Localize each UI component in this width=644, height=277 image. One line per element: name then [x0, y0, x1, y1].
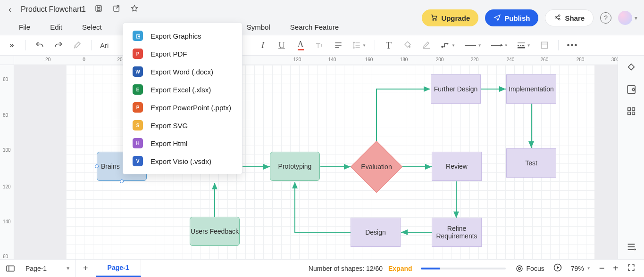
node-users-feedback[interactable]: Users Feedback: [190, 217, 240, 246]
cart-icon: [430, 14, 438, 23]
shape-progress-bar: [421, 268, 506, 269]
chevron-down-icon: ▼: [66, 266, 70, 271]
back-button[interactable]: ‹: [6, 4, 14, 16]
node-design[interactable]: Design: [351, 218, 401, 247]
export-item-label: Export Excel (.xlsx): [151, 86, 211, 94]
upgrade-button[interactable]: Upgrade: [422, 9, 478, 26]
zoom-in-button[interactable]: +: [613, 263, 619, 274]
menu-file[interactable]: File: [19, 23, 30, 31]
export-item[interactable]: HExport Html: [123, 134, 242, 152]
svg-rect-13: [627, 108, 630, 111]
star-icon[interactable]: [130, 4, 139, 15]
align-button[interactable]: [333, 39, 343, 52]
file-type-icon: W: [133, 66, 143, 77]
file-type-icon: P: [133, 102, 143, 113]
settings-panel-icon[interactable]: [626, 84, 637, 95]
avatar-icon: [618, 11, 632, 25]
menu-edit[interactable]: Edit: [50, 23, 62, 31]
svg-rect-14: [632, 108, 635, 111]
export-item-label: Export Graphics: [151, 32, 201, 40]
ruler-vertical: 608010012014060: [0, 65, 14, 259]
svg-point-18: [517, 266, 522, 271]
share-nodes-icon: [554, 14, 561, 23]
line-weight-button[interactable]: ▼: [517, 39, 531, 52]
add-page-button[interactable]: +: [75, 263, 96, 273]
underline-button[interactable]: U: [276, 39, 287, 52]
export-item[interactable]: VExport Visio (.vsdx): [123, 152, 242, 170]
arrow-style-button[interactable]: ▼: [490, 39, 508, 52]
pages-panel-button[interactable]: [0, 265, 21, 272]
page-tab-1[interactable]: Page-1: [96, 260, 141, 277]
node-prototyping[interactable]: Prototyping: [270, 152, 320, 181]
redo-button[interactable]: [53, 39, 64, 52]
node-further-design[interactable]: Further Design: [431, 74, 481, 104]
presentation-button[interactable]: [553, 263, 562, 274]
list-panel-icon[interactable]: [626, 241, 637, 253]
connector-style-button[interactable]: ▼: [440, 39, 455, 52]
share-box-icon[interactable]: [112, 4, 121, 15]
highlight-button[interactable]: [421, 39, 432, 52]
node-refine-requirements[interactable]: Refine Requirements: [432, 218, 482, 247]
expand-toolbar-button[interactable]: »: [7, 39, 17, 52]
export-item-label: Export PDF: [151, 50, 187, 58]
node-evaluation[interactable]: Evaluation: [351, 141, 402, 193]
file-type-icon: S: [133, 120, 143, 130]
file-type-icon: P: [133, 49, 143, 59]
send-icon: [493, 14, 501, 23]
account-menu[interactable]: ▼: [618, 11, 638, 25]
export-item[interactable]: PExport PowerPoint (.pptx): [123, 98, 242, 116]
file-type-icon: V: [133, 156, 143, 166]
ruler-horizontal: -20020120140160180200220240260280300: [14, 56, 618, 65]
menu-symbol[interactable]: Symbol: [247, 23, 270, 31]
focus-button[interactable]: Focus: [515, 264, 544, 273]
file-type-icon: ◳: [133, 31, 143, 41]
export-item[interactable]: SExport SVG: [123, 116, 242, 134]
chevron-down-icon: ▼: [634, 16, 638, 21]
format-painter-button[interactable]: [72, 39, 83, 52]
svg-rect-11: [627, 86, 635, 94]
line-style-button[interactable]: ▼: [464, 39, 482, 52]
file-type-icon: E: [133, 84, 143, 95]
chevron-down-icon: ▼: [587, 266, 591, 270]
italic-button[interactable]: I: [258, 39, 268, 52]
node-implementation[interactable]: Implementation: [506, 74, 556, 104]
help-button[interactable]: ?: [600, 12, 611, 24]
menu-select[interactable]: Select: [82, 23, 102, 31]
container-button[interactable]: [539, 39, 550, 52]
share-button[interactable]: Share: [545, 9, 594, 26]
svg-rect-15: [627, 112, 630, 115]
svg-point-3: [433, 19, 434, 20]
more-tools-button[interactable]: •••: [567, 39, 578, 52]
zoom-control[interactable]: 79% ▼: [571, 265, 591, 272]
fullscreen-button[interactable]: [627, 263, 636, 273]
export-item-label: Export Html: [151, 139, 187, 147]
canvas[interactable]: Brains Users Feedback Prototyping Evalua…: [14, 65, 618, 259]
export-item-label: Export Visio (.vsdx): [151, 157, 211, 165]
export-menu: ◳Export GraphicsPExport PDFWExport Word …: [123, 23, 243, 174]
menu-search-feature[interactable]: Search Feature: [290, 23, 339, 31]
text-tool-button[interactable]: T: [384, 39, 394, 52]
svg-point-4: [435, 19, 436, 20]
save-icon[interactable]: [94, 4, 103, 15]
svg-rect-17: [7, 266, 14, 271]
page-selector[interactable]: Page-1 ▼: [21, 260, 75, 277]
node-review[interactable]: Review: [432, 152, 482, 181]
export-item[interactable]: ◳Export Graphics: [123, 27, 242, 45]
theme-icon[interactable]: [626, 62, 637, 73]
svg-point-12: [632, 89, 635, 91]
zoom-out-button[interactable]: −: [599, 263, 605, 274]
export-item[interactable]: PExport PDF: [123, 45, 242, 63]
svg-rect-16: [632, 112, 635, 115]
node-test[interactable]: Test: [506, 148, 556, 178]
apps-grid-icon[interactable]: [626, 106, 637, 117]
line-height-button[interactable]: ▼: [352, 39, 366, 52]
fill-color-button[interactable]: [402, 39, 413, 52]
text-transform-button[interactable]: TT: [314, 39, 325, 52]
publish-button[interactable]: Publish: [485, 9, 538, 26]
undo-button[interactable]: [34, 39, 45, 52]
export-item[interactable]: EExport Excel (.xlsx): [123, 81, 242, 98]
expand-link[interactable]: Expand: [388, 265, 412, 272]
font-family-select[interactable]: Ari: [100, 41, 118, 49]
font-color-button[interactable]: A: [295, 39, 306, 52]
export-item[interactable]: WExport Word (.docx): [123, 63, 242, 81]
